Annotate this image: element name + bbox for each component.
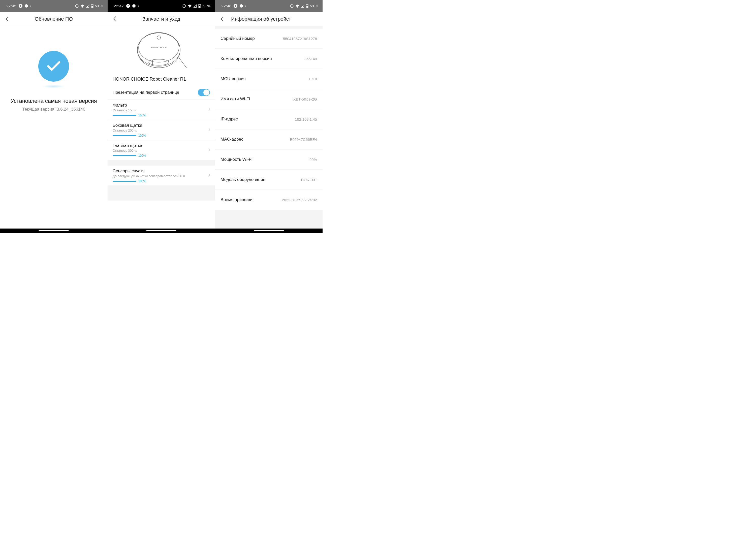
battery-text: 53 %: [202, 4, 210, 8]
dnd-icon: [75, 4, 79, 8]
notification-dot-icon: [132, 4, 136, 8]
status-time: 22:48: [221, 4, 231, 8]
part-percent: 100%: [138, 114, 146, 117]
more-dot-icon: [245, 6, 246, 7]
info-label: Имя сети Wi-Fi: [221, 97, 250, 102]
svg-point-13: [157, 36, 161, 39]
part-name: Сенсоры спустя: [113, 169, 210, 174]
facebook-icon: f: [234, 4, 237, 8]
status-time: 22:47: [114, 4, 124, 8]
chevron-right-icon: [208, 148, 210, 153]
signal-icon: [193, 4, 197, 8]
part-row-sensors[interactable]: Сенсоры спустя До следующей очистки сенс…: [108, 166, 215, 185]
svg-text:HONOR CHOICE: HONOR CHOICE: [151, 46, 167, 49]
info-row-bind-time: Время привязки 2022-01-29 22:24:02: [215, 190, 323, 210]
battery-icon: [306, 4, 308, 8]
info-row-mcu: MCU-версия 1.4.0: [215, 69, 323, 89]
part-remaining: Осталось 150 ч.: [113, 108, 210, 112]
signal-icon: [301, 4, 304, 8]
status-time: 22:45: [6, 4, 16, 8]
section-gap: [108, 160, 215, 166]
checkmark-icon: [38, 51, 69, 82]
header: Информация об устройст: [215, 12, 323, 26]
device-name: HONOR CHOICE Robot Cleaner R1: [108, 77, 215, 85]
statusbar: 22:47 f 53 %: [108, 0, 215, 12]
part-percent: 100%: [138, 134, 146, 137]
current-version-text: Текущая версия: 3.6.24_366140: [22, 107, 85, 112]
battery-text: 53 %: [310, 4, 318, 8]
info-label: IP-адрес: [221, 117, 238, 122]
facebook-icon: f: [19, 4, 22, 8]
svg-rect-9: [199, 6, 201, 8]
section-gap: [108, 185, 215, 201]
chevron-right-icon: [208, 173, 210, 178]
presentation-toggle[interactable]: [198, 89, 210, 96]
part-percent: 100%: [138, 179, 146, 183]
info-row-wifi-power: Мощность Wi-Fi 99%: [215, 150, 323, 169]
notification-dot-icon: [25, 4, 28, 8]
wifi-icon: [295, 4, 299, 8]
part-row-main-brush[interactable]: Главная щётка Осталось 300 ч. 100%: [108, 140, 215, 160]
info-row-model: Модель оборудования HOR-001: [215, 170, 323, 189]
info-value: 1.4.0: [309, 77, 317, 81]
chevron-right-icon: [208, 127, 210, 133]
page-title: Информация об устройст: [218, 16, 320, 22]
statusbar: 22:45 f 53 %: [0, 0, 108, 12]
back-button[interactable]: [111, 15, 119, 23]
page-title: Запчасти и уход: [111, 16, 212, 22]
part-name: Боковая щётка: [113, 123, 210, 128]
info-value: 99%: [309, 157, 317, 162]
info-label: MAC-адрес: [221, 137, 243, 142]
part-row-side-brush[interactable]: Боковая щётка Осталось 200 ч. 100%: [108, 120, 215, 140]
info-label: Модель оборудования: [221, 177, 265, 182]
info-value: 192.168.1.45: [295, 117, 317, 121]
info-label: MCU-версия: [221, 76, 245, 81]
part-remaining: Осталось 200 ч.: [113, 129, 210, 132]
info-value: 366140: [304, 57, 317, 61]
part-percent: 100%: [138, 154, 146, 157]
navbar[interactable]: [108, 229, 215, 233]
info-row-compiled: Компилированная версия 366140: [215, 49, 323, 69]
info-row-serial: Серийный номер 55041967219S1278: [215, 29, 323, 48]
navbar[interactable]: [0, 229, 108, 233]
screen-software-update: 22:45 f 53 % Обновление ПО Установлена с…: [0, 0, 108, 233]
navbar[interactable]: [215, 229, 323, 233]
svg-rect-23: [306, 6, 308, 8]
battery-icon: [91, 4, 93, 8]
info-row-ssid: Имя сети Wi-Fi iXBT-office-2G: [215, 89, 323, 109]
info-value: B05947C66BE4: [290, 137, 317, 142]
toggle-label: Презентация на первой странице: [113, 90, 179, 95]
battery-text: 53 %: [95, 4, 103, 8]
wifi-icon: [188, 4, 192, 8]
info-value: 2022-01-29 22:24:02: [282, 198, 317, 202]
part-remaining: До следующей очистки сенсоров осталось 3…: [113, 174, 210, 178]
header: Обновление ПО: [0, 12, 108, 26]
screen-parts-care: 22:47 f 53 % Запчасти и уход: [108, 0, 215, 233]
more-dot-icon: [138, 6, 139, 7]
header: Запчасти и уход: [108, 12, 215, 26]
back-button[interactable]: [218, 15, 226, 23]
chevron-right-icon: [208, 107, 210, 112]
part-remaining: Осталось 300 ч.: [113, 149, 210, 152]
info-value: 55041967219S1278: [283, 37, 317, 41]
more-dot-icon: [30, 6, 31, 7]
page-title: Обновление ПО: [3, 16, 105, 22]
notification-dot-icon: [240, 4, 243, 8]
statusbar: 22:48 f 53 %: [215, 0, 323, 12]
part-name: Фильтр: [113, 103, 210, 108]
svg-line-17: [179, 58, 186, 68]
info-label: Серийный номер: [221, 36, 255, 41]
presentation-toggle-row: Презентация на первой странице: [108, 85, 215, 100]
info-label: Время привязки: [221, 197, 253, 202]
part-row-filter[interactable]: Фильтр Осталось 150 ч. 100%: [108, 100, 215, 120]
info-label: Компилированная версия: [221, 56, 272, 61]
back-button[interactable]: [3, 15, 11, 23]
shadow: [42, 85, 65, 88]
part-name: Главная щётка: [113, 143, 210, 148]
facebook-icon: f: [126, 4, 130, 8]
signal-icon: [86, 4, 89, 8]
dnd-icon: [290, 4, 294, 8]
device-illustration: HONOR CHOICE: [108, 26, 215, 77]
battery-icon: [198, 4, 201, 8]
svg-rect-4: [91, 6, 93, 8]
